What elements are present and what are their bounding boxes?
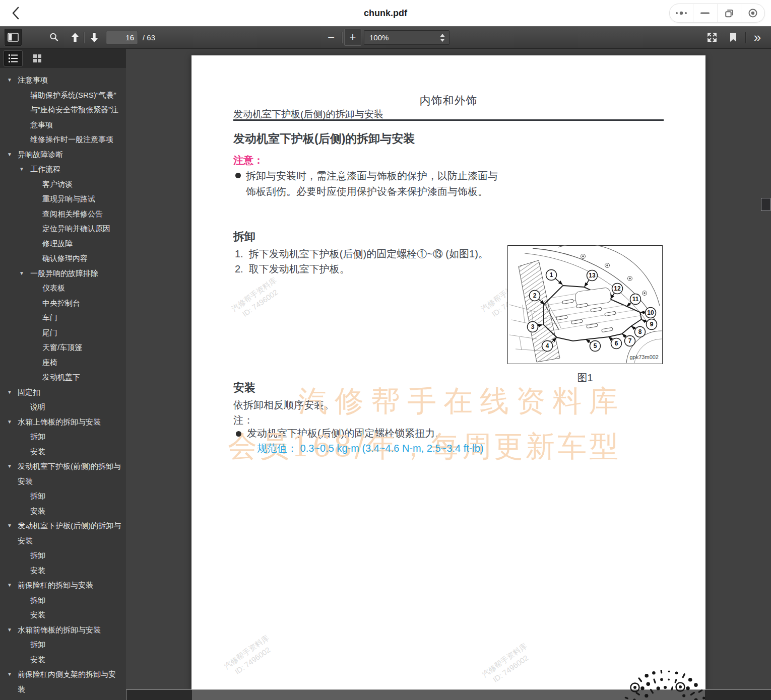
more-tools-button[interactable]: » [749, 29, 766, 46]
toc-item-label: 工作流程 [30, 165, 60, 173]
caret-down-icon[interactable]: ▼ [19, 162, 24, 177]
toc-item-label: 安装 [30, 447, 45, 456]
toc-item[interactable]: 拆卸 [0, 593, 126, 608]
toc-item[interactable]: 尾门 [0, 325, 126, 340]
toc-item[interactable]: ▼ 发动机室下护板(前侧)的拆卸与安装 [0, 459, 126, 488]
toc-item[interactable]: 辅助保护系统(SRS)“气囊”与“座椅安全带预张紧器”注意事项 [0, 88, 126, 132]
table-of-contents: ▼ 注意事项 辅助保护系统(SRS)“气囊”与“座椅安全带预张紧器”注意事项 维… [0, 68, 126, 700]
zoom-out-button[interactable]: − [323, 29, 340, 46]
previous-page-button[interactable] [67, 29, 84, 46]
toc-item[interactable]: 发动机盖下 [0, 370, 126, 385]
toc-item[interactable]: 客户访谈 [0, 177, 126, 192]
zoom-select[interactable]: 100% [364, 30, 449, 45]
toc-item[interactable]: ▼ 发动机室下护板(后侧)的拆卸与安装 [0, 518, 126, 548]
header-rule [233, 119, 664, 121]
document-title: chunk.pdf [0, 0, 771, 26]
vertical-scroll-thumb[interactable] [761, 198, 770, 211]
outline-icon [8, 54, 18, 63]
toolbar-separator [745, 32, 746, 43]
toc-item[interactable]: 维修操作时一般注意事项 [0, 132, 126, 147]
toc-item[interactable]: 拆卸 [0, 696, 126, 700]
toc-item-label: 发动机盖下 [42, 373, 80, 381]
toc-item-label: 安装 [30, 566, 45, 575]
toc-item-label: 安装 [30, 610, 45, 619]
toc-item[interactable]: ▼ 水箱上饰板的拆卸与安装 [0, 414, 126, 430]
toc-item[interactable]: ▼ 一般异响的故障排除 [0, 266, 126, 281]
toc-item-label: 中央控制台 [42, 299, 80, 307]
next-page-button[interactable] [86, 29, 103, 46]
minimize-button[interactable] [693, 4, 717, 22]
caret-down-icon[interactable]: ▼ [7, 73, 12, 88]
caret-down-icon[interactable]: ▼ [7, 147, 12, 162]
toc-item[interactable]: 中央控制台 [0, 296, 126, 311]
caret-down-icon[interactable]: ▼ [7, 518, 12, 533]
toc-item[interactable]: 拆卸 [0, 548, 126, 563]
float-window-icon [724, 8, 734, 18]
toc-item[interactable]: 安装 [0, 563, 126, 578]
svg-text:6: 6 [615, 340, 618, 347]
svg-text:9: 9 [650, 321, 654, 328]
toc-item-label: 前保险杠内侧支架的拆卸与安装 [18, 670, 116, 693]
svg-text:5: 5 [594, 342, 597, 349]
toc-item[interactable]: 拆卸 [0, 637, 126, 652]
caret-down-icon[interactable]: ▼ [7, 622, 12, 638]
step-2: 2. 取下发动机室下护板。 [235, 262, 350, 276]
pdf-page: 汽修帮手资料库ID: 7496002 汽修帮手资料库ID: 7496002 汽修… [191, 55, 705, 689]
caret-down-icon[interactable]: ▼ [7, 578, 12, 593]
outline-view-button[interactable] [4, 51, 22, 66]
toc-item[interactable]: 说明 [0, 399, 126, 414]
caret-down-icon[interactable]: ▼ [7, 667, 12, 682]
toc-item-label: 异响故障诊断 [18, 150, 63, 159]
svg-text:2: 2 [533, 292, 537, 299]
toc-item[interactable]: ▼ 前保险杠内侧支架的拆卸与安装 [0, 667, 126, 696]
toc-item[interactable]: 拆卸 [0, 488, 126, 504]
search-button[interactable] [45, 29, 62, 46]
toc-item-label: 说明 [30, 402, 45, 411]
toc-item[interactable]: 定位异响并确认原因 [0, 221, 126, 236]
more-options-button[interactable] [670, 4, 693, 22]
target-button[interactable] [741, 4, 764, 22]
zoom-in-button[interactable]: + [344, 29, 361, 46]
torque-spec: 规范值： 0.3~0.5 kg-m (3.4~4.6 N-m, 2.5~3.4 … [257, 442, 484, 455]
bookmark-button[interactable] [725, 29, 742, 46]
toc-item[interactable]: ▼ 注意事项 [0, 73, 126, 88]
toc-item[interactable]: 仪表板 [0, 281, 126, 296]
caret-down-icon[interactable]: ▼ [7, 414, 12, 430]
toc-item[interactable]: 安装 [0, 607, 126, 622]
bookmark-icon [729, 32, 737, 42]
toc-item-label: 客户访谈 [42, 180, 73, 188]
svg-text:10: 10 [647, 309, 654, 316]
toc-item[interactable]: ▼ 前保险杠的拆卸与安装 [0, 578, 126, 593]
thumbnails-view-button[interactable] [28, 51, 46, 66]
vertical-scrollbar[interactable] [761, 49, 771, 689]
toc-item[interactable]: 车门 [0, 310, 126, 325]
fullscreen-button[interactable] [703, 29, 721, 46]
toc-item-label: 发动机室下护板(前侧)的拆卸与安装 [18, 462, 121, 485]
toolbar-separator [342, 32, 342, 43]
toc-item[interactable]: ▼ 工作流程 [0, 162, 126, 177]
viewer-area: 汽修帮手资料库ID: 7496002 汽修帮手资料库ID: 7496002 汽修… [126, 49, 761, 689]
toc-item[interactable]: ▼ 固定扣 [0, 385, 126, 400]
toc-item-label: 车门 [42, 313, 57, 322]
toc-item[interactable]: 修理故障 [0, 236, 126, 251]
toc-item[interactable]: 安装 [0, 652, 126, 667]
sidebar-toggle-button[interactable] [5, 29, 22, 46]
toc-item-label: 拆卸 [30, 551, 45, 559]
toc-item-label: 查阅相关维修公告 [42, 209, 103, 218]
toc-item[interactable]: 查阅相关维修公告 [0, 206, 126, 222]
float-window-button[interactable] [717, 4, 741, 22]
toc-item[interactable]: 座椅 [0, 355, 126, 370]
toc-item[interactable]: 重现异响与路试 [0, 191, 126, 206]
toc-item[interactable]: 天窗/车顶篷 [0, 340, 126, 355]
pdf-toolbar: / 63 − + 100% » [0, 26, 771, 49]
caret-down-icon[interactable]: ▼ [7, 459, 12, 474]
toc-item[interactable]: 安装 [0, 504, 126, 519]
toc-item[interactable]: 安装 [0, 444, 126, 459]
page-number-input[interactable] [106, 31, 138, 44]
toc-item[interactable]: 确认修理内容 [0, 251, 126, 266]
toc-item[interactable]: ▼ 异响故障诊断 [0, 147, 126, 162]
toc-item[interactable]: ▼ 水箱前饰板的拆卸与安装 [0, 622, 126, 638]
toc-item[interactable]: 拆卸 [0, 429, 126, 444]
caret-down-icon[interactable]: ▼ [7, 385, 12, 400]
caret-down-icon[interactable]: ▼ [19, 266, 24, 281]
